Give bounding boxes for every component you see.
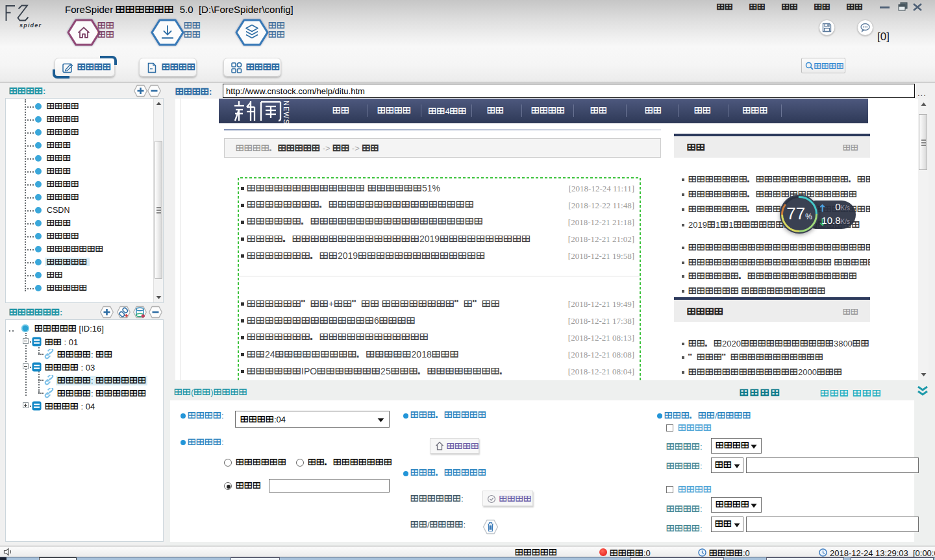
svg-text:spider: spider xyxy=(19,22,42,29)
